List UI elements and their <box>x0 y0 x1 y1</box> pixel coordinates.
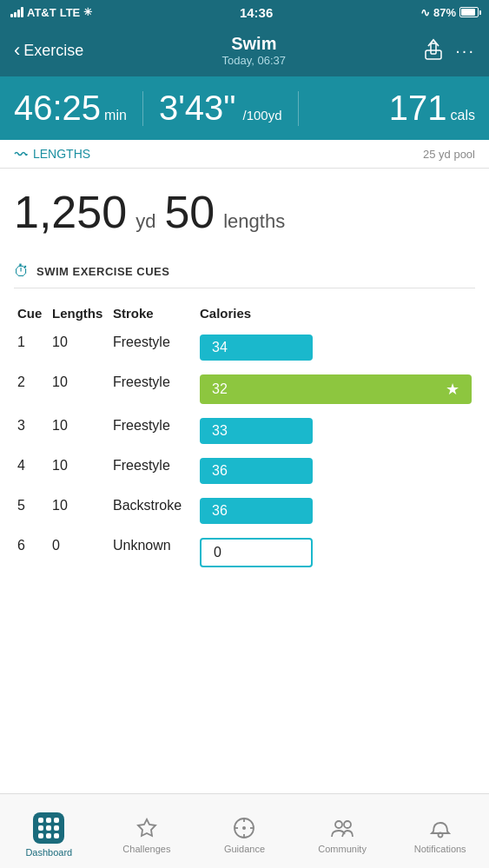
svg-point-10 <box>344 821 351 828</box>
cue-number: 3 <box>14 411 49 451</box>
calorie-bar: 36 <box>200 498 313 524</box>
more-button[interactable]: ··· <box>455 41 475 61</box>
calories-value: 171 <box>389 89 447 128</box>
cue-lengths: 0 <box>49 531 109 574</box>
share-button[interactable] <box>424 36 443 64</box>
svg-marker-2 <box>138 819 155 836</box>
back-label: Exercise <box>23 42 83 60</box>
status-bar: AT&T LTE ✳ 14:36 ∿ 87% <box>0 0 489 24</box>
main-content: 1,250 yd 50 lengths ⏱ SWIM EXERCISE CUES… <box>0 169 489 592</box>
calorie-bar-empty: 0 <box>200 538 313 567</box>
nav-item-notifications[interactable]: Notifications <box>391 794 489 868</box>
carrier-label: AT&T <box>27 6 56 19</box>
lengths-label-text: lengths <box>223 210 285 233</box>
distance-unit: yd <box>135 210 155 233</box>
header-actions: ··· <box>424 36 475 64</box>
cue-calories: 33 <box>196 411 475 451</box>
share-icon <box>424 36 443 61</box>
status-time: 14:36 <box>240 5 273 20</box>
lengths-label: LENGTHS <box>14 147 90 161</box>
community-icon <box>330 816 354 840</box>
exercise-subtitle: Today, 06:37 <box>222 54 286 67</box>
lengths-value: 50 <box>164 186 215 238</box>
nav-label-guidance: Guidance <box>224 844 265 854</box>
star-icon: ★ <box>446 380 459 399</box>
table-row: 410Freestyle36 <box>14 451 475 491</box>
bottom-nav: Dashboard Challenges Guidance Community <box>0 793 489 868</box>
col-header-lengths: Lengths <box>49 299 109 328</box>
table-row: 110Freestyle34 <box>14 328 475 368</box>
cue-number: 1 <box>14 328 49 368</box>
distance-row: 1,250 yd 50 lengths <box>14 186 475 238</box>
battery-icon <box>459 7 479 17</box>
cue-calories: 36 <box>196 491 475 531</box>
calorie-bar: 33 <box>200 418 313 444</box>
cue-lengths: 10 <box>49 328 109 368</box>
sub-header: LENGTHS 25 yd pool <box>0 140 489 169</box>
sub-header-text: LENGTHS <box>33 147 90 161</box>
bluetooth-icon: ∿ <box>420 6 430 19</box>
nav-item-guidance[interactable]: Guidance <box>195 794 294 868</box>
calorie-bar: 34 <box>200 335 313 361</box>
nav-label-dashboard: Dashboard <box>25 847 72 858</box>
table-row: 510Backstroke36 <box>14 491 475 531</box>
duration-unit: min <box>104 108 127 123</box>
cue-lengths: 10 <box>49 451 109 491</box>
cue-stroke: Backstroke <box>109 491 196 531</box>
pool-size: 25 yd pool <box>423 148 475 161</box>
exercise-title: Swim <box>222 34 286 54</box>
col-header-stroke: Stroke <box>109 299 196 328</box>
stat-divider-1 <box>142 91 143 126</box>
calories-stat: 171 cals <box>389 89 475 128</box>
svg-point-9 <box>335 821 342 828</box>
nav-label-challenges: Challenges <box>122 844 170 854</box>
swim-cues-header: ⏱ SWIM EXERCISE CUES <box>14 262 475 288</box>
nav-item-challenges[interactable]: Challenges <box>98 794 196 868</box>
pace-stat: 3'43" /100yd <box>159 89 282 128</box>
cue-stroke: Freestyle <box>109 368 196 411</box>
status-left: AT&T LTE ✳ <box>10 6 92 19</box>
nav-item-dashboard[interactable]: Dashboard <box>0 794 98 868</box>
dashboard-icon <box>33 812 64 844</box>
duration-value: 46:25 <box>14 89 101 128</box>
pace-unit: /100yd <box>242 108 281 123</box>
table-row: 60Unknown0 <box>14 531 475 574</box>
nav-item-community[interactable]: Community <box>294 794 392 868</box>
swim-cues-title: SWIM EXERCISE CUES <box>36 265 169 278</box>
chevron-left-icon: ‹ <box>14 39 20 62</box>
cue-calories: 36 <box>196 451 475 491</box>
calorie-bar-highlight: 32★ <box>200 374 472 404</box>
network-label: LTE <box>60 6 81 19</box>
back-button[interactable]: ‹ Exercise <box>14 39 83 62</box>
cue-calories: 34 <box>196 328 475 368</box>
guidance-icon <box>232 816 256 840</box>
calories-unit: cals <box>451 108 475 123</box>
svg-rect-1 <box>426 50 441 59</box>
distance-value: 1,250 <box>14 186 127 238</box>
header: ‹ Exercise Swim Today, 06:37 ··· <box>0 24 489 76</box>
nav-label-notifications: Notifications <box>414 844 466 854</box>
stats-bar: 46:25 min 3'43" /100yd 171 cals <box>0 76 489 140</box>
table-row: 310Freestyle33 <box>14 411 475 451</box>
pace-value: 3'43" <box>159 89 236 128</box>
duration-stat: 46:25 min <box>14 89 127 128</box>
cue-lengths: 10 <box>49 411 109 451</box>
svg-rect-0 <box>431 43 436 54</box>
cue-lengths: 10 <box>49 491 109 531</box>
signal-icon <box>10 7 23 17</box>
header-center: Swim Today, 06:37 <box>222 34 286 67</box>
more-icon: ··· <box>455 41 475 60</box>
col-header-cue: Cue <box>14 299 49 328</box>
cue-calories: 32★ <box>196 368 475 411</box>
calorie-bar: 36 <box>200 458 313 484</box>
notifications-icon <box>428 816 453 840</box>
cue-stroke: Freestyle <box>109 411 196 451</box>
cue-number: 5 <box>14 491 49 531</box>
nav-label-community: Community <box>318 844 367 854</box>
col-header-calories: Calories <box>196 299 475 328</box>
battery-percent: 87% <box>433 6 456 19</box>
cue-table: Cue Lengths Stroke Calories 110Freestyle… <box>14 299 475 574</box>
status-right: ∿ 87% <box>420 6 479 19</box>
activity-icon: ✳ <box>83 6 92 18</box>
cue-stroke: Freestyle <box>109 328 196 368</box>
